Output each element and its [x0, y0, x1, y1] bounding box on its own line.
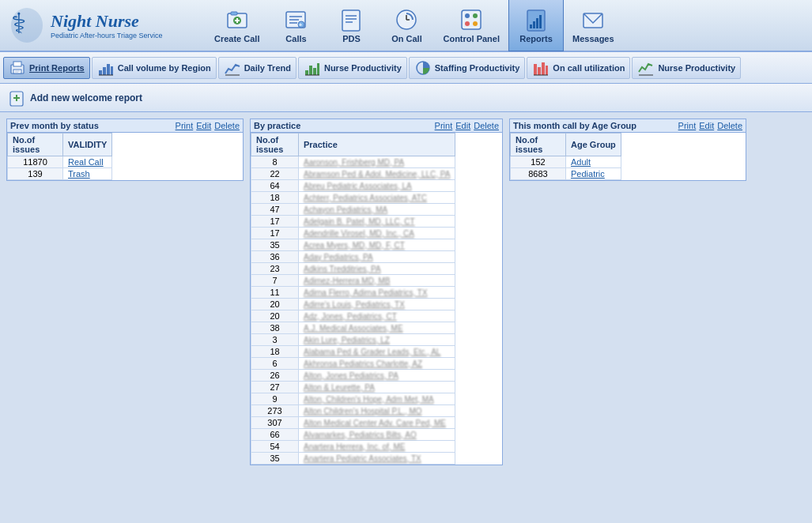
- svg-rect-20: [462, 10, 481, 29]
- practice-cell[interactable]: Adendrille Virosel, MD, Inc., CA: [299, 228, 455, 239]
- validity-cell[interactable]: Trash: [63, 168, 112, 180]
- btn-print-reports[interactable]: Print Reports: [3, 57, 90, 79]
- practice-cell[interactable]: Achayon Pediatrics, MA: [299, 204, 455, 216]
- table-row: 35Acrea Myers, MD, MD, F, CT: [251, 239, 455, 251]
- by-practice-print[interactable]: Print: [435, 121, 453, 130]
- age-group-delete[interactable]: Delete: [717, 121, 742, 130]
- nav-item-messages[interactable]: Messages: [564, 0, 623, 51]
- svg-point-23: [465, 21, 470, 26]
- svg-text:⚕: ⚕: [11, 7, 26, 40]
- calls-icon: +: [283, 7, 308, 32]
- add-welcome-label: Add new welcome report: [30, 92, 142, 103]
- practice-cell[interactable]: Achterr, Pediatrics Associates, ATC: [299, 192, 455, 204]
- nav-item-control-panel[interactable]: Control Panel: [434, 0, 508, 51]
- pds-icon: [338, 7, 364, 32]
- table-row: 11870Real Call: [8, 156, 112, 168]
- btn-call-volume-region[interactable]: Call volume by Region: [92, 57, 217, 79]
- table-row: 27Alton & Leurette, PA: [251, 382, 455, 393]
- prev-month-title: Prev month by status: [10, 121, 99, 130]
- by-practice-title: By practice: [254, 121, 300, 130]
- practice-cell[interactable]: Abreu Pediatric Associates, LA: [299, 180, 455, 192]
- btn-daily-trend[interactable]: Daily Trend: [218, 57, 296, 79]
- prev-month-delete[interactable]: Delete: [214, 121, 240, 130]
- practice-cell[interactable]: Alton Medical Center Adv. Care Ped, ME: [299, 417, 455, 429]
- count-cell: 64: [251, 180, 299, 192]
- age-group-cell[interactable]: Adult: [566, 156, 621, 168]
- count-cell: 20: [251, 299, 299, 310]
- btn-on-call-utilization[interactable]: On call utilization: [527, 57, 630, 79]
- table-row: 8683Pediatric: [511, 168, 621, 180]
- practice-cell[interactable]: Alton, Jones Pediatrics, PA: [299, 370, 455, 382]
- practice-cell[interactable]: Aaronson, Frishberg MD, PA: [299, 156, 455, 168]
- count-cell: 6: [251, 358, 299, 370]
- nav-label-reports: Reports: [519, 34, 553, 43]
- nav-item-on-call[interactable]: On Call: [379, 0, 434, 51]
- practice-cell[interactable]: Alton & Leurette, PA: [299, 382, 455, 393]
- prev-month-header: Prev month by status Print Edit Delete: [7, 119, 243, 133]
- prev-month-col-validity: VALIDITY: [63, 134, 112, 156]
- prev-month-section: Prev month by status Print Edit Delete N…: [6, 119, 244, 181]
- age-group-actions: Print Edit Delete: [678, 121, 742, 130]
- btn-nurse-productivity-2[interactable]: Nurse Productivity: [632, 57, 741, 79]
- btn-staffing-productivity[interactable]: Staffing Productivity: [409, 57, 526, 79]
- by-practice-table: No.ofissues Practice 8Aaronson, Frishber…: [251, 133, 455, 465]
- svg-rect-37: [103, 67, 106, 75]
- table-row: 7Adimez-Herrera MD, MB: [251, 275, 455, 287]
- practice-cell[interactable]: Acrea Myers, MD, MD, F, CT: [299, 239, 455, 251]
- count-cell: 66: [251, 429, 299, 441]
- practice-cell[interactable]: Adz, Jones, Pediatrics, CT: [299, 310, 455, 322]
- svg-rect-28: [536, 18, 538, 28]
- practice-cell[interactable]: Adirna Flerro, Adirna Pediatrics, TX: [299, 287, 455, 299]
- practice-cell[interactable]: Alton Children's Hospital P.L., MO: [299, 405, 455, 417]
- table-row: 3Akin Lure, Pediatrics, LZ: [251, 334, 455, 346]
- btn-nurse-productivity[interactable]: Nurse Productivity: [298, 57, 407, 79]
- count-cell: 35: [251, 239, 299, 251]
- practice-cell[interactable]: Alton, Children's Hope, Adm Met, MA: [299, 393, 455, 405]
- prev-month-col-count: No.ofissues: [8, 134, 63, 156]
- svg-text:+: +: [299, 22, 302, 28]
- practice-cell[interactable]: Adkins Tredditries, PA: [299, 263, 455, 275]
- practice-cell[interactable]: Alabama Ped & Grader Leads, Etc., AL: [299, 346, 455, 358]
- practice-cell[interactable]: Aday Pediatrics, PA: [299, 251, 455, 263]
- practice-cell[interactable]: A.J. Medical Associates, ME: [299, 322, 455, 334]
- nav-item-create-call[interactable]: Create Call: [206, 0, 268, 51]
- messages-icon: [580, 7, 606, 32]
- svg-rect-43: [309, 66, 312, 75]
- table-row: 23Adkins Tredditries, PA: [251, 263, 455, 275]
- practice-cell[interactable]: Adirre's Louis, Pediatrics, TX: [299, 299, 455, 310]
- practice-cell[interactable]: Anartera Herrera, Inc. of, ME: [299, 441, 455, 453]
- prev-month-edit[interactable]: Edit: [196, 121, 211, 130]
- chart-icon-1: [97, 59, 115, 77]
- svg-rect-29: [539, 15, 542, 28]
- age-group-cell[interactable]: Pediatric: [566, 168, 621, 180]
- table-row: 18Alabama Ped & Grader Leads, Etc., AL: [251, 346, 455, 358]
- prev-month-print[interactable]: Print: [176, 121, 194, 130]
- table-row: 152Adult: [511, 156, 621, 168]
- btn-staffing-productivity-label: Staffing Productivity: [435, 63, 520, 73]
- by-practice-edit[interactable]: Edit: [455, 121, 470, 130]
- by-practice-delete[interactable]: Delete: [474, 121, 499, 130]
- practice-cell[interactable]: Anartera Pediatric Associates, TX: [299, 453, 455, 465]
- btn-nurse-productivity-label: Nurse Productivity: [324, 63, 402, 73]
- svg-rect-36: [99, 70, 102, 75]
- nav-item-reports[interactable]: Reports: [508, 0, 564, 51]
- logo-text: Night Nurse Pediatric After-hours Triage…: [51, 11, 163, 40]
- table-row: 47Achayon Pediatrics, MA: [251, 204, 455, 216]
- svg-rect-44: [313, 68, 316, 75]
- count-cell: 273: [251, 405, 299, 417]
- count-cell: 20: [251, 310, 299, 322]
- svg-rect-6: [231, 12, 237, 15]
- practice-cell[interactable]: Akhronsa Pediatrics Charlotte, AZ: [299, 358, 455, 370]
- age-group-edit[interactable]: Edit: [699, 121, 714, 130]
- validity-cell[interactable]: Real Call: [63, 156, 112, 168]
- practice-cell[interactable]: Akin Lure, Pediatrics, LZ: [299, 334, 455, 346]
- practice-cell[interactable]: Alvamarkes, Pediatrics Bilts, AO: [299, 429, 455, 441]
- practice-cell[interactable]: Adimez-Herrera MD, MB: [299, 275, 455, 287]
- add-welcome-report-btn[interactable]: Add new welcome report: [3, 88, 147, 108]
- practice-cell[interactable]: Abramson Ped & Adol. Medicine, LLC, PA: [299, 168, 455, 180]
- nav-item-calls[interactable]: + Calls: [268, 0, 323, 51]
- age-group-print[interactable]: Print: [678, 121, 697, 130]
- logo-icon: ⚕: [8, 5, 46, 46]
- practice-cell[interactable]: Adelgain B. Patel, MD, LLC, CT: [299, 216, 455, 228]
- nav-item-pds[interactable]: PDS: [323, 0, 379, 51]
